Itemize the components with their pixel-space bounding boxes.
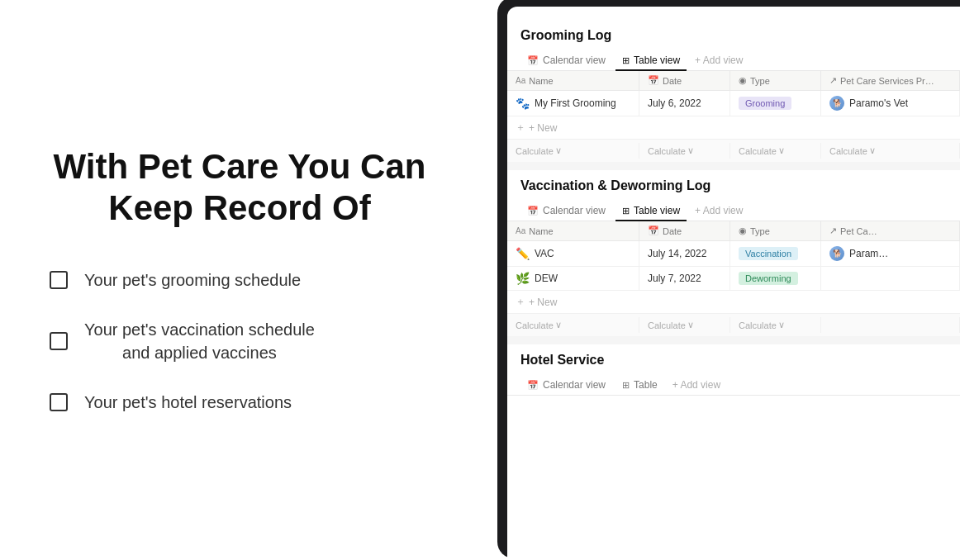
chevron-icon-7: ∨ [778,320,785,330]
calc-service: Calculate ∨ [821,143,960,159]
vac-row-1[interactable]: ✏️ VAC July 14, 2022 Vaccination 🐕 Param… [507,241,960,267]
grooming-calendar-label: Calendar view [543,55,606,66]
vac-new-row[interactable]: ＋ + New [507,291,960,313]
grooming-log-section: Grooming Log 📅 Calendar view ⊞ Table vie… [507,20,960,162]
hotel-table-label: Table [634,379,658,391]
grooming-row1-icon: 🐾 [516,97,530,110]
feature-item-hotel: Your pet's hotel reservations [50,391,430,414]
aa-icon-2: Aa [516,226,525,235]
grooming-row-1[interactable]: 🐾 My First Grooming July 6, 2022 Groomin… [507,91,960,116]
feature-text-grooming: Your pet's grooming schedule [84,268,301,292]
grooming-col-date: 📅 Date [639,71,730,90]
grooming-calendar-tab[interactable]: 📅 Calendar view [520,51,612,71]
device-frame: Grooming Log 📅 Calendar view ⊞ Table vie… [497,0,960,558]
deworming-badge: Deworming [739,272,798,285]
vaccination-table-label: Table view [634,205,680,216]
vaccination-add-view-label: + Add view [695,205,743,216]
grooming-badge: Grooming [739,97,791,110]
vaccination-log-section: Vaccination & Deworming Log 📅 Calendar v… [507,170,960,336]
vac-row1-icon: ✏️ [516,247,530,260]
aa-icon: Aa [516,76,525,85]
feature-text-hotel: Your pet's hotel reservations [84,391,292,414]
vaccination-log-title: Vaccination & Deworming Log [507,170,960,198]
grooming-table-tab[interactable]: ⊞ Table view [615,51,687,71]
type-icon: ◉ [739,75,747,86]
chevron-icon-4: ∨ [869,145,876,156]
date-icon-2: 📅 [648,225,659,236]
vac-col-date: 📅 Date [639,221,730,240]
vaccination-add-view-tab[interactable]: + Add view [690,202,748,221]
grooming-col-service: ↗ Pet Care Services Pr… [821,71,960,90]
vac-calculate-row: Calculate ∨ Calculate ∨ Calculate ∨ [507,313,960,336]
table-icon-3: ⊞ [622,380,630,391]
vac-row1-date: July 14, 2022 [639,241,730,266]
dew-row1-icon: 🌿 [516,272,530,285]
chevron-icon: ∨ [555,145,562,156]
dew-row1-date: July 7, 2022 [639,267,730,290]
table-icon: ⊞ [622,55,630,66]
chevron-icon-3: ∨ [778,145,785,156]
vaccination-table-tab[interactable]: ⊞ Table view [615,202,687,221]
vac-col-name: Aa Name [507,221,639,240]
hotel-calendar-tab[interactable]: 📅 Calendar view [520,376,612,396]
grooming-add-view-label: + Add view [695,55,743,66]
feature-list: Your pet's grooming schedule Your pet's … [50,268,430,414]
grooming-table-header: Aa Name 📅 Date ◉ Type [507,71,960,91]
vaccination-calendar-label: Calendar view [543,205,606,216]
grooming-add-view-tab[interactable]: + Add view [690,51,748,71]
vac-row1-type: Vaccination [730,241,821,266]
vac-col-service: ↗ Pet Ca… [821,221,960,240]
feature-text-vaccination: Your pet's vaccination scheduleand appli… [84,318,315,364]
grooming-new-row[interactable]: ＋ + New [507,116,960,139]
vaccination-badge: Vaccination [739,247,798,260]
dew-row1-type: Deworming [730,267,821,290]
grooming-table: Aa Name 📅 Date ◉ Type [507,71,960,162]
vac-calc-date: Calculate ∨ [639,317,730,333]
vaccination-table-header: Aa Name 📅 Date ◉ Type [507,221,960,241]
grooming-log-title: Grooming Log [507,20,960,48]
vaccination-tabs: 📅 Calendar view ⊞ Table view + Add view [507,198,960,221]
vaccination-table: Aa Name 📅 Date ◉ Type [507,221,960,336]
hotel-add-view-tab[interactable]: + Add view [668,376,725,396]
hotel-table-tab[interactable]: ⊞ Table [615,376,664,396]
chevron-icon-6: ∨ [687,320,694,330]
hotel-section: Hotel Service 📅 Calendar view ⊞ Table + … [507,344,960,396]
grooming-row1-name: 🐾 My First Grooming [507,91,639,116]
date-icon: 📅 [648,75,659,86]
link-icon: ↗ [829,75,837,86]
plus-icon: ＋ [516,121,525,135]
calc-name: Calculate ∨ [507,143,639,159]
checkbox-icon-2 [50,332,68,350]
dew-row1-name: 🌿 DEW [507,267,639,290]
dew-row-1[interactable]: 🌿 DEW July 7, 2022 Deworming [507,267,960,291]
calendar-icon: 📅 [527,55,539,66]
service-avatar-2: 🐕 [829,246,844,261]
vac-row1-name: ✏️ VAC [507,241,639,266]
divider-1 [507,162,960,170]
checkbox-icon-3 [50,393,68,411]
grooming-tabs: 📅 Calendar view ⊞ Table view + Add view [507,48,960,71]
chevron-icon-2: ∨ [687,145,694,156]
table-icon-2: ⊞ [622,206,630,216]
vac-calc-service [821,317,960,333]
calendar-icon-3: 📅 [527,380,539,391]
screen: Grooming Log 📅 Calendar view ⊞ Table vie… [507,7,960,558]
type-icon-2: ◉ [739,225,747,236]
feature-item-vaccination: Your pet's vaccination scheduleand appli… [50,318,430,364]
main-heading: With Pet Care You Can Keep Record Of [50,146,430,230]
vaccination-calendar-tab[interactable]: 📅 Calendar view [520,202,612,221]
feature-item-grooming: Your pet's grooming schedule [50,268,430,292]
vac-col-type: ◉ Type [730,221,821,240]
hotel-tabs: 📅 Calendar view ⊞ Table + Add view [507,373,960,396]
divider-2 [507,336,960,344]
dew-row1-service [821,267,960,290]
vac-calc-type: Calculate ∨ [730,317,821,333]
grooming-col-name: Aa Name [507,71,639,90]
plus-icon-2: ＋ [516,295,525,309]
hotel-calendar-label: Calendar view [543,379,606,391]
left-panel: With Pet Care You Can Keep Record Of You… [0,0,479,560]
vac-row1-service: 🐕 Param… [821,241,960,266]
grooming-calculate-row: Calculate ∨ Calculate ∨ Calculate ∨ [507,139,960,162]
link-icon-2: ↗ [829,225,837,236]
calendar-icon-2: 📅 [527,206,539,216]
